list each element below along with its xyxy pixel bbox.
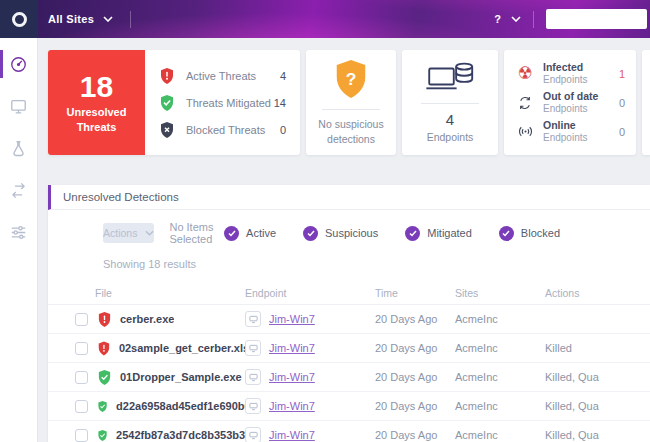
endpoint-link[interactable]: Jim-Win7 — [269, 342, 315, 354]
endpoint-mini-icon — [245, 311, 261, 327]
app-logo — [0, 0, 38, 38]
stat-value: 14 — [274, 97, 286, 109]
stat-infected-endpoints: ☢ Infected Endpoints 1 — [515, 61, 625, 87]
sidebar-item-lab[interactable] — [0, 127, 37, 169]
swap-arrows-icon — [9, 181, 28, 200]
filter-blocked[interactable]: Blocked — [499, 226, 560, 241]
status-filters: Active Suspicious Mitigated Blocked — [224, 226, 560, 241]
logo-ring-icon — [12, 12, 27, 27]
filter-active[interactable]: Active — [224, 226, 276, 241]
table-header: File Endpoint Time Sites Actions — [48, 282, 650, 305]
alert-shield-icon — [159, 67, 175, 85]
filter-label: Mitigated — [427, 227, 472, 239]
stat-active-threats: Active Threats 4 — [159, 67, 286, 85]
endpoint-link[interactable]: Jim-Win7 — [269, 429, 315, 441]
endpoint-mini-icon — [245, 427, 261, 442]
question-shield-icon: ? — [332, 58, 370, 100]
stat-online-endpoints: Online Endpoints 0 — [515, 119, 625, 145]
sidebar-item-dashboard[interactable] — [0, 43, 37, 85]
alert-shield-icon — [97, 340, 111, 357]
endpoint-link[interactable]: Jim-Win7 — [269, 313, 315, 325]
stat-label: Threats Mitigated — [186, 97, 274, 109]
file-name: 02sample_get_cerber.xlsx — [119, 342, 245, 354]
help-label: ? — [494, 13, 501, 25]
actions-value: Killed, Qua — [545, 400, 650, 412]
sidebar-nav — [0, 38, 38, 442]
endpoint-link[interactable]: Jim-Win7 — [269, 400, 315, 412]
table-row[interactable]: cerber.exe Jim-Win7 20 Days Ago AcmeInc — [48, 305, 650, 334]
stat-threats-mitigated: Threats Mitigated 14 — [159, 94, 286, 112]
flask-icon — [9, 139, 28, 158]
endpoints-label: Endpoints — [427, 130, 474, 145]
endpoint-link[interactable]: Jim-Win7 — [269, 371, 315, 383]
results-summary: Showing 18 results — [48, 245, 650, 270]
sidebar-item-network[interactable] — [0, 169, 37, 211]
unresolved-threats-tile[interactable]: 18 Unresolved Threats — [48, 50, 145, 155]
row-checkbox[interactable] — [75, 429, 88, 442]
endpoints-count: 4 — [446, 111, 454, 128]
chevron-down-icon — [511, 16, 521, 22]
sidebar-item-endpoints[interactable] — [0, 85, 37, 127]
stat-blocked-threats: Blocked Threats 0 — [159, 121, 286, 139]
table-row[interactable]: 02sample_get_cerber.xlsx Jim-Win7 20 Day… — [48, 334, 650, 363]
site-selector[interactable]: All Sites — [48, 13, 113, 25]
endpoint-stats-card: ☢ Infected Endpoints 1 Out of date Endpo… — [504, 50, 636, 155]
clipped-card — [642, 50, 650, 155]
chevron-down-icon — [145, 230, 154, 236]
check-shield-icon — [159, 94, 175, 112]
actions-value: Killed — [545, 342, 650, 354]
checked-circle-icon — [405, 226, 420, 241]
search-input[interactable] — [546, 9, 647, 29]
column-header-sites[interactable]: Sites — [455, 287, 545, 299]
filter-suspicious[interactable]: Suspicious — [303, 226, 378, 241]
blocked-shield-icon — [159, 121, 175, 139]
topbar-divider — [130, 11, 131, 28]
sidebar-item-settings[interactable] — [0, 211, 37, 253]
topbar-divider — [533, 11, 534, 28]
column-header-endpoint[interactable]: Endpoint — [245, 287, 375, 299]
endpoint-mini-icon — [245, 369, 261, 385]
column-header-actions[interactable]: Actions — [545, 287, 650, 299]
row-checkbox[interactable] — [75, 313, 88, 326]
stat-value: 1 — [619, 68, 625, 80]
actions-button[interactable]: Actions — [103, 223, 154, 243]
help-menu[interactable]: ? — [494, 13, 521, 25]
unresolved-label: Unresolved Threats — [58, 105, 136, 135]
row-checkbox[interactable] — [75, 371, 88, 384]
actions-value: Killed, Qua — [545, 429, 650, 441]
main-content: 18 Unresolved Threats Active Threats 4 T… — [38, 38, 650, 442]
detections-controls: Actions No Items Selected Active Suspici… — [48, 210, 650, 245]
divider — [322, 109, 380, 110]
row-checkbox[interactable] — [75, 400, 88, 413]
table-row[interactable]: 01Dropper_Sample.exe Jim-Win7 20 Days Ag… — [48, 363, 650, 392]
suspicious-label: No suspicious detections — [312, 117, 390, 146]
filter-mitigated[interactable]: Mitigated — [405, 226, 472, 241]
file-name: d22a6958ad45edf1e690b0a6561... — [116, 400, 245, 412]
monitor-icon — [9, 97, 28, 116]
endpoint-mini-icon — [245, 340, 261, 356]
table-row[interactable]: d22a6958ad45edf1e690b0a6561... Jim-Win7 … — [48, 392, 650, 421]
unresolved-detections-panel: Unresolved Detections Actions No Items S… — [48, 185, 650, 442]
file-name: 2542fb87a3d7dc8b353b385201e... — [116, 429, 245, 441]
sync-icon — [517, 95, 533, 111]
stat-label: Out of date — [543, 90, 619, 103]
stat-value: 4 — [280, 70, 286, 82]
svg-text:?: ? — [346, 69, 357, 89]
row-checkbox[interactable] — [75, 342, 88, 355]
checked-circle-icon — [224, 226, 239, 241]
actions-value: Killed, Qua — [545, 371, 650, 383]
chevron-down-icon — [103, 16, 113, 22]
detections-table: File Endpoint Time Sites Actions cerber.… — [48, 282, 650, 442]
column-header-file[interactable]: File — [90, 287, 245, 299]
panel-title: Unresolved Detections — [48, 185, 650, 210]
check-shield-icon — [97, 427, 108, 442]
stat-sublabel: Endpoints — [543, 103, 619, 116]
check-shield-icon — [97, 369, 112, 386]
threats-summary-card: 18 Unresolved Threats Active Threats 4 T… — [48, 50, 300, 155]
actions-button-label: Actions — [103, 227, 137, 239]
stat-sublabel: Endpoints — [543, 132, 619, 145]
divider — [421, 103, 479, 104]
column-header-time[interactable]: Time — [375, 287, 455, 299]
time-value: 20 Days Ago — [375, 429, 455, 441]
table-row[interactable]: 2542fb87a3d7dc8b353b385201e... Jim-Win7 … — [48, 421, 650, 442]
